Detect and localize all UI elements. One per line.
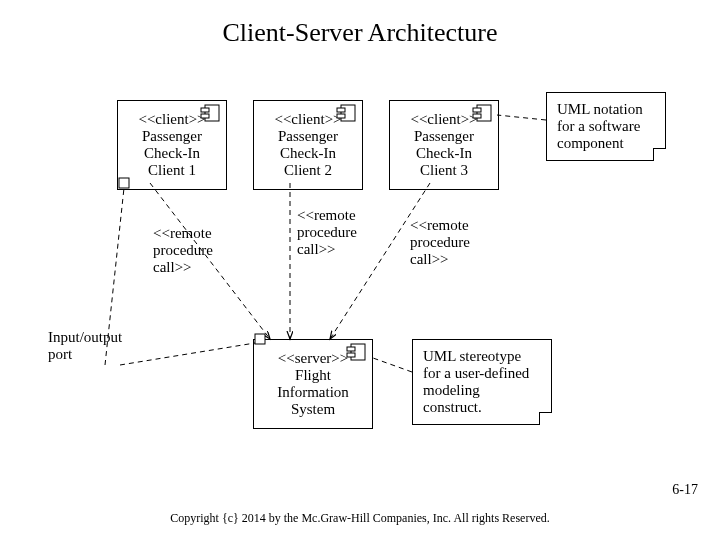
svg-rect-8: [119, 178, 129, 188]
copyright: Copyright {c} 2014 by the Mc.Graw-Hill C…: [0, 511, 720, 526]
svg-line-5: [330, 183, 430, 339]
svg-line-7: [373, 358, 412, 372]
page-number: 6-17: [672, 482, 698, 498]
svg-line-3: [150, 183, 270, 339]
connectors: [0, 0, 720, 540]
svg-rect-9: [255, 334, 265, 344]
svg-line-6: [497, 115, 546, 120]
